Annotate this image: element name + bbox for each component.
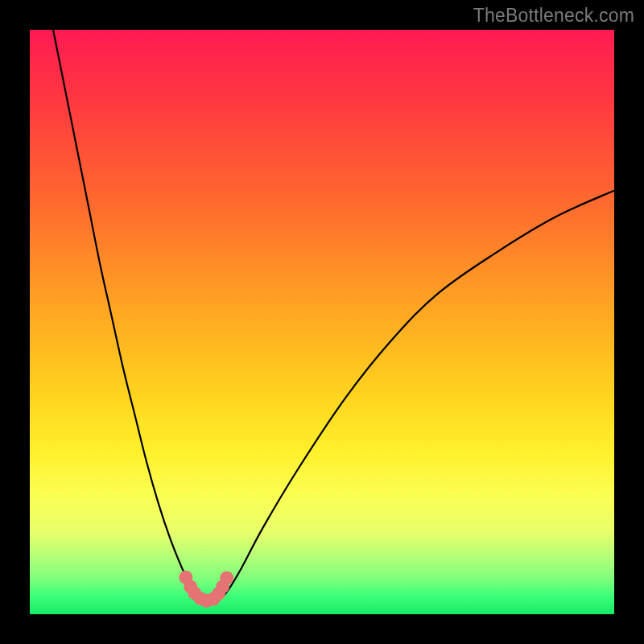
- bottleneck-curve: [30, 30, 614, 614]
- watermark-text: TheBottleneck.com: [473, 5, 634, 27]
- curve-markers: [179, 571, 233, 608]
- curve-line: [53, 30, 614, 603]
- chart-frame: TheBottleneck.com: [0, 0, 644, 644]
- plot-area: [30, 30, 614, 614]
- curve-marker: [220, 571, 233, 584]
